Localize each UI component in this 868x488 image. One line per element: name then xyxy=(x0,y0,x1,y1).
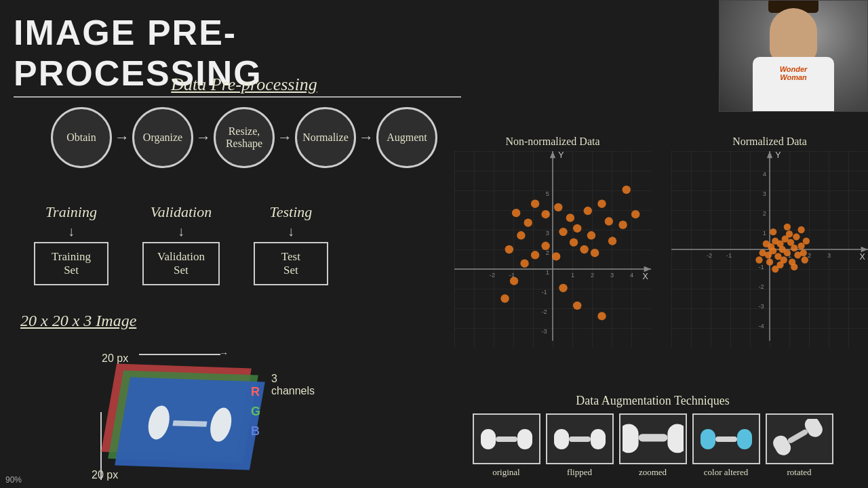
svg-text:-1: -1 xyxy=(726,252,732,259)
split-training-label: Training xyxy=(45,203,97,221)
svg-text:X: X xyxy=(643,272,649,281)
weight-left xyxy=(146,405,172,440)
data-splits: Training ↓ TrainingSet Validation ↓ Vali… xyxy=(14,203,448,285)
svg-text:1: 1 xyxy=(546,269,549,276)
non-normalized-title: Non-normalized Data xyxy=(451,136,654,148)
svg-point-44 xyxy=(510,277,518,285)
svg-rect-114 xyxy=(787,428,808,444)
svg-point-96 xyxy=(755,256,762,263)
svg-text:Y: Y xyxy=(775,151,781,160)
pipe-augment: Augment xyxy=(376,107,437,168)
svg-point-43 xyxy=(520,260,528,268)
test-set-box: TestSet xyxy=(254,242,328,285)
preprocessing-title: Data Pre-processing xyxy=(14,75,475,95)
svg-point-37 xyxy=(591,249,599,257)
svg-rect-111 xyxy=(715,436,737,442)
svg-text:1: 1 xyxy=(763,230,766,237)
svg-point-27 xyxy=(554,203,562,211)
svg-text:-2: -2 xyxy=(758,283,764,290)
aug-original: original xyxy=(473,413,540,478)
zoom-indicator: 90% xyxy=(5,475,22,485)
svg-point-22 xyxy=(524,218,532,226)
split-testing: Testing ↓ TestSet xyxy=(254,203,328,285)
augmentation-section: Data Augmentation Techniques original xyxy=(441,394,865,478)
svg-point-92 xyxy=(800,249,807,256)
svg-text:-2: -2 xyxy=(541,308,547,315)
svg-text:-2: -2 xyxy=(707,252,712,259)
svg-point-21 xyxy=(512,209,520,217)
split-training: Training ↓ TrainingSet xyxy=(34,203,108,285)
split-arrow-2: ↓ xyxy=(178,224,184,239)
svg-point-30 xyxy=(584,207,592,215)
svg-point-95 xyxy=(784,224,791,230)
svg-point-100 xyxy=(797,226,804,233)
svg-rect-108 xyxy=(638,434,667,441)
svg-point-48 xyxy=(597,312,606,320)
svg-point-42 xyxy=(531,251,539,259)
pipe-obtain: Obtain xyxy=(51,107,112,168)
svg-point-90 xyxy=(759,249,766,256)
svg-point-41 xyxy=(541,242,549,250)
svg-point-49 xyxy=(623,186,631,194)
dumbbell-icon xyxy=(146,405,234,442)
svg-text:5: 5 xyxy=(546,190,549,197)
svg-point-98 xyxy=(802,256,808,263)
svg-text:2: 2 xyxy=(763,210,766,217)
px-horizontal-arrow xyxy=(139,354,220,355)
training-set-box: TrainingSet xyxy=(34,242,108,285)
split-arrow-3: ↓ xyxy=(288,224,294,239)
dumbbell-flipped xyxy=(553,422,607,456)
svg-rect-106 xyxy=(554,429,569,449)
svg-point-38 xyxy=(608,237,616,245)
svg-rect-101 xyxy=(481,429,496,449)
svg-point-24 xyxy=(531,199,539,207)
svg-text:-2: -2 xyxy=(490,272,495,279)
svg-point-78 xyxy=(784,249,791,256)
aug-label-zoomed: zoomed xyxy=(639,467,667,478)
svg-text:-1: -1 xyxy=(541,289,547,296)
svg-text:-1: -1 xyxy=(758,264,764,270)
aug-box-flipped xyxy=(546,413,614,464)
aug-box-rotated xyxy=(766,413,833,464)
svg-point-99 xyxy=(770,228,776,235)
b-label: B xyxy=(251,424,260,439)
svg-rect-107 xyxy=(623,424,639,453)
svg-point-93 xyxy=(803,237,810,244)
aug-label-flipped: flipped xyxy=(567,467,592,478)
aug-color: color altered xyxy=(692,413,760,478)
svg-text:-3: -3 xyxy=(541,328,547,335)
split-validation-label: Validation xyxy=(151,203,212,221)
aug-rotated: rotated xyxy=(766,413,833,478)
svg-point-25 xyxy=(505,245,513,253)
webcam-overlay: WonderWoman xyxy=(719,0,868,112)
svg-text:1: 1 xyxy=(571,272,574,279)
g-label: G xyxy=(251,405,260,419)
svg-point-81 xyxy=(786,230,793,237)
svg-point-31 xyxy=(597,199,606,207)
svg-point-23 xyxy=(517,231,525,239)
svg-text:3: 3 xyxy=(763,190,766,197)
svg-text:4: 4 xyxy=(630,272,633,279)
svg-point-35 xyxy=(570,238,578,246)
dumbbell-rotated xyxy=(772,419,827,460)
pipe-resize: Resize,Reshape xyxy=(214,107,275,168)
svg-text:2: 2 xyxy=(808,252,811,259)
person-shirt: WonderWoman xyxy=(753,57,834,111)
channels-label: 3 channels xyxy=(271,373,315,397)
svg-rect-102 xyxy=(496,436,517,442)
aug-flipped: flipped xyxy=(546,413,614,478)
dumbbell-color xyxy=(699,422,753,456)
normalized-chart: Normalized Data Y X 4 3 xyxy=(668,136,868,366)
svg-rect-104 xyxy=(591,429,606,449)
dumbbell-original xyxy=(479,422,534,456)
preprocessing-section: Data Pre-processing Obtain → Organize → … xyxy=(14,75,475,168)
svg-point-29 xyxy=(573,224,581,232)
arrow-3: → xyxy=(277,129,292,146)
split-testing-label: Testing xyxy=(270,203,313,221)
svg-text:3: 3 xyxy=(546,230,549,237)
aug-box-original xyxy=(473,413,540,464)
aug-label-original: original xyxy=(492,467,519,478)
svg-rect-115 xyxy=(802,419,825,440)
svg-point-26 xyxy=(541,210,549,218)
svg-point-80 xyxy=(793,233,800,240)
